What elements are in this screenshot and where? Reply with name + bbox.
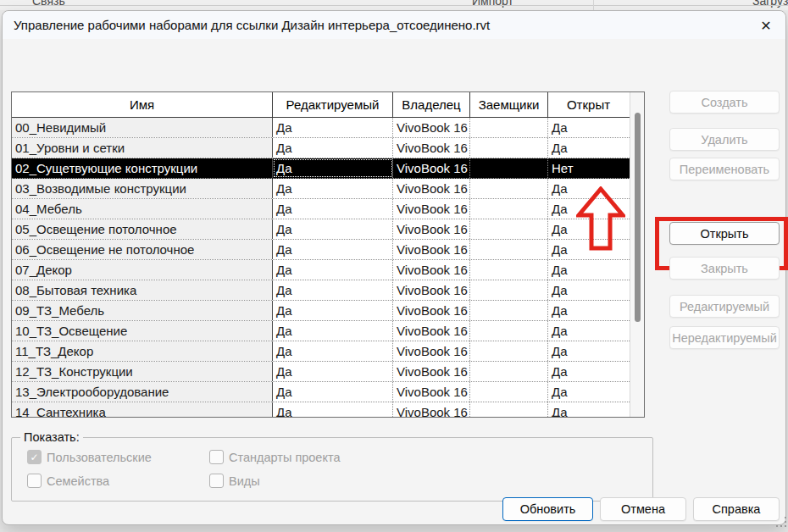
cell-borrowers[interactable] xyxy=(470,158,548,178)
cell-owner[interactable]: VivoBook 16 xyxy=(393,321,470,341)
cell-name[interactable]: 11_ТЗ_Декор xyxy=(12,341,273,361)
dialog-titlebar[interactable]: Управление рабочими наборами для ссылки … xyxy=(3,11,785,39)
cell-editable[interactable]: Да xyxy=(273,341,393,361)
checkbox-standards-box[interactable] xyxy=(209,450,224,464)
table-row[interactable]: 04_МебельДаVivoBook 16Да xyxy=(12,199,630,219)
cell-name[interactable]: 07_Декор xyxy=(12,260,273,280)
column-header[interactable]: Заемщики xyxy=(470,92,548,117)
cell-borrowers[interactable] xyxy=(470,382,548,402)
cell-name[interactable]: 04_Мебель xyxy=(12,199,273,219)
cell-editable[interactable]: Да xyxy=(273,240,393,259)
cell-owner[interactable]: VivoBook 16 xyxy=(393,179,470,198)
cell-borrowers[interactable] xyxy=(470,362,548,381)
checkbox-views[interactable]: Виды xyxy=(209,474,260,488)
checkbox-families[interactable]: Семейства xyxy=(27,474,109,488)
cell-open[interactable]: Да xyxy=(548,260,629,280)
cell-owner[interactable]: VivoBook 16 xyxy=(393,260,470,280)
checkbox-user-box[interactable]: ✓ xyxy=(27,450,42,464)
cell-open[interactable]: Да xyxy=(548,138,629,158)
editable-button[interactable]: Редактируемый xyxy=(669,295,780,318)
cell-name[interactable]: 06_Освещение не потолочное xyxy=(12,240,273,259)
cell-editable[interactable]: Да xyxy=(273,118,393,137)
cell-owner[interactable]: VivoBook 16 xyxy=(393,118,470,137)
cell-name[interactable]: 12_ТЗ_Конструкции xyxy=(12,362,273,381)
checkbox-standards[interactable]: Стандарты проекта xyxy=(209,450,340,464)
cell-name[interactable]: 14_Сантехника xyxy=(12,402,273,417)
cell-borrowers[interactable] xyxy=(470,219,548,239)
cell-open[interactable]: Да xyxy=(548,118,629,137)
cell-open[interactable]: Да xyxy=(548,341,629,361)
cell-open[interactable]: Да xyxy=(548,382,629,402)
column-header[interactable]: Владелец xyxy=(393,92,470,117)
cell-borrowers[interactable] xyxy=(470,240,548,259)
checkbox-views-box[interactable] xyxy=(209,474,224,488)
close-icon[interactable]: ✕ xyxy=(752,13,780,38)
cancel-button[interactable]: Отмена xyxy=(600,497,686,521)
cell-owner[interactable]: VivoBook 16 xyxy=(393,158,470,178)
cell-owner[interactable]: VivoBook 16 xyxy=(393,362,470,381)
table-row[interactable]: 11_ТЗ_ДекорДаVivoBook 16Да xyxy=(12,341,630,362)
cell-borrowers[interactable] xyxy=(470,118,548,137)
open-button[interactable]: Открыть xyxy=(669,222,780,245)
delete-button[interactable]: Удалить xyxy=(669,128,780,151)
cell-borrowers[interactable] xyxy=(470,179,548,198)
close-workset-button[interactable]: Закрыть xyxy=(669,257,780,280)
cell-open[interactable]: Да xyxy=(548,219,629,239)
table-row[interactable]: 05_Освещение потолочноеДаVivoBook 16Да xyxy=(12,219,630,240)
cell-borrowers[interactable] xyxy=(470,199,548,219)
cell-open[interactable]: Да xyxy=(548,402,629,417)
table-row[interactable]: 07_ДекорДаVivoBook 16Да xyxy=(12,260,630,280)
cell-editable[interactable]: Да xyxy=(273,382,393,402)
scrollbar-thumb[interactable] xyxy=(635,113,641,322)
cell-borrowers[interactable] xyxy=(470,321,548,341)
table-row[interactable]: 09_ТЗ_МебельДаVivoBook 16Да xyxy=(12,301,630,321)
resize-grip[interactable] xyxy=(777,518,787,528)
cell-open[interactable]: Да xyxy=(548,280,629,300)
cell-owner[interactable]: VivoBook 16 xyxy=(393,199,470,219)
cell-borrowers[interactable] xyxy=(470,280,548,300)
cell-open[interactable]: Да xyxy=(548,179,629,198)
cell-editable[interactable]: Да xyxy=(273,199,393,219)
checkbox-user[interactable]: ✓ Пользовательские xyxy=(27,450,152,464)
noneditable-button[interactable]: Нередактируемый xyxy=(669,326,780,349)
cell-owner[interactable]: VivoBook 16 xyxy=(393,240,470,259)
cell-name[interactable]: 03_Возводимые конструкции xyxy=(12,179,273,198)
column-header[interactable]: Имя xyxy=(12,92,273,117)
table-row[interactable]: 00_НевидимыйДаVivoBook 16Да xyxy=(12,118,630,138)
table-row[interactable]: 12_ТЗ_КонструкцииДаVivoBook 16Да xyxy=(12,362,630,382)
cell-editable[interactable]: Да xyxy=(273,402,393,417)
cell-name[interactable]: 10_ТЗ_Освещение xyxy=(12,321,273,341)
cell-open[interactable]: Да xyxy=(548,321,629,341)
help-button[interactable]: Справка xyxy=(693,497,780,521)
checkbox-families-box[interactable] xyxy=(27,474,42,488)
cell-editable[interactable]: Да xyxy=(273,179,393,198)
table-row[interactable]: 02_Сущетвующие конструкцииДаVivoBook 16Н… xyxy=(12,158,630,179)
cell-name[interactable]: 13_Электрооборудование xyxy=(12,382,273,402)
cell-owner[interactable]: VivoBook 16 xyxy=(393,382,470,402)
cell-open[interactable]: Да xyxy=(548,301,629,320)
table-row[interactable]: 10_ТЗ_ОсвещениеДаVivoBook 16Да xyxy=(12,321,630,341)
cell-editable[interactable]: Да xyxy=(273,138,393,158)
cell-owner[interactable]: VivoBook 16 xyxy=(393,341,470,361)
cell-owner[interactable]: VivoBook 16 xyxy=(393,138,470,158)
cell-editable[interactable]: Да xyxy=(273,260,393,280)
column-header[interactable]: Редактируемый xyxy=(273,92,393,117)
table-scrollbar[interactable] xyxy=(630,92,644,417)
table-row[interactable]: 01_Уровни и сеткиДаVivoBook 16Да xyxy=(12,138,630,158)
cell-borrowers[interactable] xyxy=(470,402,548,417)
cell-borrowers[interactable] xyxy=(470,260,548,280)
cell-editable[interactable]: Да xyxy=(273,362,393,381)
cell-open[interactable]: Да xyxy=(548,199,629,219)
table-row[interactable]: 08_Бытовая техникаДаVivoBook 16Да xyxy=(12,280,630,301)
cell-owner[interactable]: VivoBook 16 xyxy=(393,301,470,320)
cell-name[interactable]: 09_ТЗ_Мебель xyxy=(12,301,273,320)
cell-open[interactable]: Да xyxy=(548,362,629,381)
cell-borrowers[interactable] xyxy=(470,138,548,158)
table-row[interactable]: 03_Возводимые конструкцииДаVivoBook 16Да xyxy=(12,179,630,199)
cell-borrowers[interactable] xyxy=(470,301,548,320)
cell-editable[interactable]: Да xyxy=(273,301,393,320)
create-button[interactable]: Создать xyxy=(669,91,780,114)
column-header[interactable]: Открыт xyxy=(548,92,629,117)
refresh-button[interactable]: Обновить xyxy=(502,497,593,521)
cell-owner[interactable]: VivoBook 16 xyxy=(393,280,470,300)
